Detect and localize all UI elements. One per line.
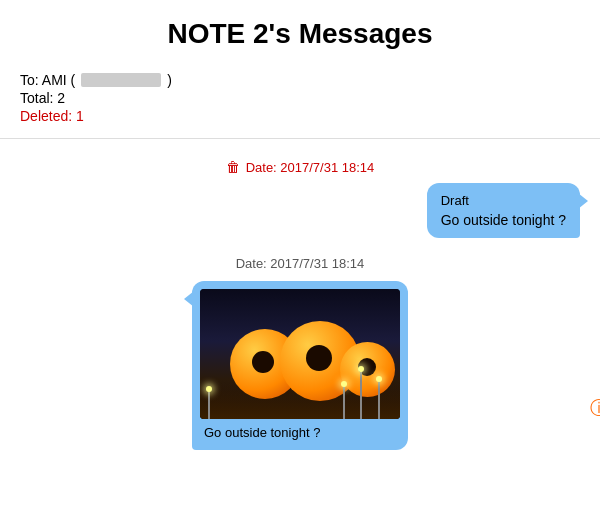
sphere-3 [340,342,395,397]
sphere-hole-1 [252,351,274,373]
pole-light-1 [376,376,382,382]
deleted-count: Deleted: 1 [20,108,580,124]
normal-date-label: Date: 2017/7/31 18:14 [236,256,365,271]
messages-area: 🗑 Date: 2017/7/31 18:14 Draft Go outside… [0,139,600,470]
pole-4 [208,389,210,419]
deleted-date-row: 🗑 Date: 2017/7/31 18:14 [20,159,580,175]
message-image [200,289,400,419]
warning-icon: ⓘ [590,396,600,420]
pole-2 [360,369,362,419]
draft-bubble: Draft Go outside tonight ? [427,183,580,238]
image-bubble: Go outside tonight ? [192,281,408,450]
deleted-date-label: Date: 2017/7/31 18:14 [246,160,375,175]
total-count: Total: 2 [20,90,580,106]
normal-date-row: Date: 2017/7/31 18:14 [20,256,580,271]
recipient-label: To: AMI ( [20,72,75,88]
page-title: NOTE 2's Messages [0,0,600,64]
pole-light-2 [358,366,364,372]
pole-3 [343,384,345,419]
draft-bubble-row: Draft Go outside tonight ? [20,183,580,238]
pole-light-4 [206,386,212,392]
recipient-blur [81,73,161,87]
trash-icon: 🗑 [226,159,240,175]
recipient-line: To: AMI ( ) [20,72,580,88]
draft-marker: Draft [441,193,566,208]
pole-1 [378,379,380,419]
night-scene [200,289,400,419]
pole-light-3 [341,381,347,387]
sphere-hole-2 [306,345,332,371]
image-bubble-row: Go outside tonight ? ⓘ [20,281,580,450]
draft-text: Go outside tonight ? [441,212,566,228]
recipient-close: ) [167,72,172,88]
image-caption: Go outside tonight ? [200,425,400,440]
recipient-section: To: AMI ( ) Total: 2 Deleted: 1 [0,64,600,128]
